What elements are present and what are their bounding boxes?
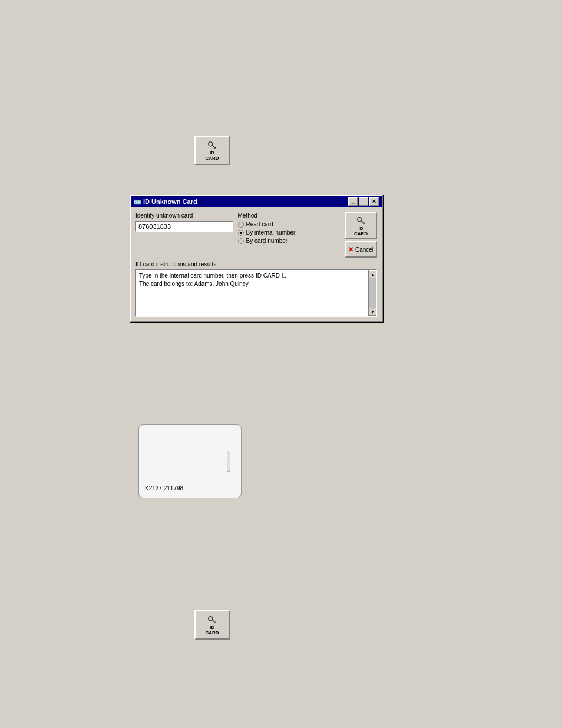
action-buttons: ID CARD ✕ Cancel [345,212,377,258]
id-card-btn-icon [356,215,366,226]
id-card-button-top[interactable]: ID CARD [194,136,230,165]
radio-by-internal[interactable]: By internal number [238,229,336,236]
window-controls: _ □ ✕ [348,197,379,206]
vertical-scrollbar[interactable]: ▲ ▼ [368,270,376,316]
radio-label-by-internal: By internal number [246,229,296,236]
id-text-top: ID [210,150,214,156]
svg-line-9 [212,620,215,622]
radio-by-card-number[interactable]: By card number [238,238,336,244]
scroll-down-button[interactable]: ▼ [369,308,377,316]
method-label: Method [238,212,336,219]
top-section: Identify unknown card Method Read card B… [135,212,377,258]
physical-card-illustration: K2127 211798 [138,424,242,498]
scroll-up-button[interactable]: ▲ [369,270,377,278]
radio-dot-by-card-number [238,238,244,244]
dialog-titlebar: 🪪 ID Unknown Card _ □ ✕ [131,196,382,207]
radio-dot-by-internal [238,230,244,236]
card-text-top: CARD [205,156,219,161]
cancel-label: Cancel [355,246,373,253]
instructions-box: Type in the internal card number, then p… [135,269,377,317]
svg-line-1 [212,145,215,148]
instructions-text-line2: The card belongs to: Adams, John Quincy [139,280,365,288]
title-left: 🪪 ID Unknown Card [134,198,197,205]
radio-read-card[interactable]: Read card [238,221,336,228]
card-number-label: K2127 211798 [145,485,183,492]
cancel-button[interactable]: ✕ Cancel [345,241,377,258]
title-icon: 🪪 [134,199,141,205]
minimize-button[interactable]: _ [348,197,358,206]
instructions-text-line1: Type in the internal card number, then p… [139,272,365,280]
id-card-btn-id-text: ID [359,226,363,231]
card-slot [227,451,230,472]
id-card-action-button[interactable]: ID CARD [345,212,377,239]
id-card-icon-bottom: ID CARD [205,614,219,635]
identify-section: Identify unknown card [135,212,233,258]
dialog-title: ID Unknown Card [143,198,197,205]
close-button[interactable]: ✕ [369,197,379,206]
method-section: Method Read card By internal number By c… [238,212,336,258]
instructions-section: ID card instructions and results Type in… [135,261,377,317]
id-text-bottom: ID [210,625,214,630]
cancel-x-icon: ✕ [348,246,353,253]
radio-label-read-card: Read card [246,221,273,228]
svg-line-5 [361,220,364,223]
id-card-btn-card-text: CARD [354,231,368,236]
card-text-bottom: CARD [205,630,219,635]
radio-label-by-card-number: By card number [246,238,288,244]
identify-label: Identify unknown card [135,212,233,219]
method-radio-group: Read card By internal number By card num… [238,221,336,244]
id-unknown-card-dialog: 🪪 ID Unknown Card _ □ ✕ Identify unknown… [130,195,383,322]
radio-dot-read-card [238,222,244,228]
maximize-button[interactable]: □ [359,197,368,206]
dialog-body: Identify unknown card Method Read card B… [131,207,382,321]
card-number-input[interactable] [135,221,233,232]
scroll-track [369,278,376,308]
id-card-icon-top: ID CARD [205,140,219,161]
instructions-label: ID card instructions and results [135,261,377,268]
id-card-button-bottom[interactable]: ID CARD [194,610,230,640]
